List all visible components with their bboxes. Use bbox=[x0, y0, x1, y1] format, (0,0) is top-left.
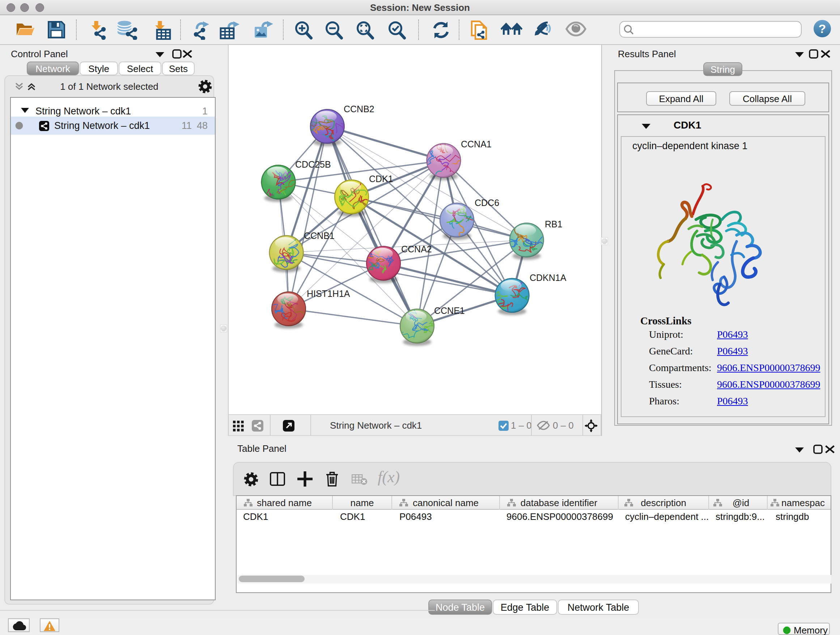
svg-text:HIST1H1A: HIST1H1A bbox=[307, 288, 350, 299]
svg-text:CDK1: CDK1 bbox=[369, 174, 393, 184]
svg-text:CCNB1: CCNB1 bbox=[304, 231, 335, 241]
svg-text:CDC25B: CDC25B bbox=[295, 159, 331, 169]
svg-text:?: ? bbox=[819, 22, 826, 35]
svg-text:CCNA1: CCNA1 bbox=[461, 139, 492, 149]
svg-text:CCNE1: CCNE1 bbox=[434, 306, 465, 316]
svg-text:CDC6: CDC6 bbox=[475, 198, 499, 208]
svg-text:CDKN1A: CDKN1A bbox=[530, 272, 567, 283]
svg-text:RB1: RB1 bbox=[545, 219, 562, 229]
svg-text:CCNA2: CCNA2 bbox=[401, 244, 432, 254]
svg-text:CCNB2: CCNB2 bbox=[344, 104, 374, 114]
